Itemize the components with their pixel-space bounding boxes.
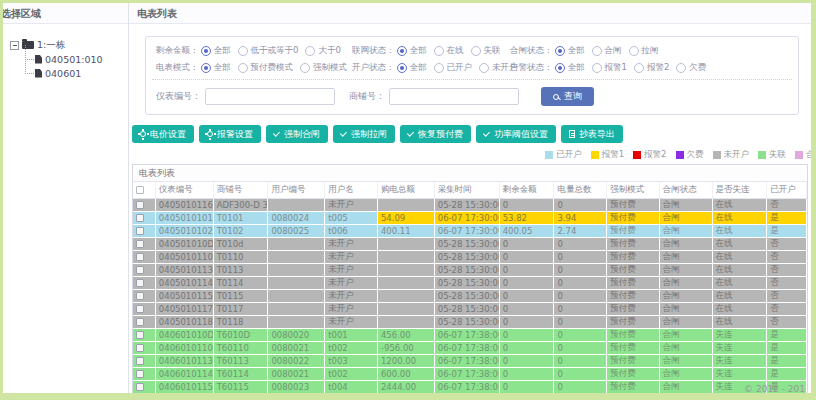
row-checkbox[interactable] xyxy=(136,344,144,352)
radio-icon[interactable] xyxy=(305,46,315,56)
tree-item[interactable]: 040601 xyxy=(22,66,128,80)
radio-icon[interactable] xyxy=(592,46,602,56)
table-row[interactable]: 0405010113T0113未开户05-28 15:30:0000预付费合闸在… xyxy=(133,263,807,276)
radio-icon[interactable] xyxy=(676,63,686,73)
row-checkbox[interactable] xyxy=(136,253,144,261)
radio-icon[interactable] xyxy=(634,63,644,73)
radio-icon[interactable] xyxy=(629,46,639,56)
radio-option[interactable]: 全部 xyxy=(555,45,585,57)
radio-option[interactable]: 欠费 xyxy=(676,62,706,74)
radio-option[interactable]: 合闸 xyxy=(592,45,622,57)
radio-option[interactable]: 低于或等于0 xyxy=(238,45,299,57)
radio-icon[interactable] xyxy=(238,46,248,56)
radio-option[interactable]: 全部 xyxy=(201,62,231,74)
table-row[interactable]: 0405010115T0115未开户05-28 15:30:0000预付费合闸在… xyxy=(133,289,807,302)
row-checkbox[interactable] xyxy=(136,331,144,339)
radio-selected-icon[interactable] xyxy=(555,63,565,73)
table-cell: 2444.00 xyxy=(377,380,434,393)
radio-option[interactable]: 全部 xyxy=(555,62,585,74)
filter-group: 电表模式：全部预付费模式强制模式 xyxy=(156,62,352,74)
row-checkbox[interactable] xyxy=(136,383,144,391)
action-button[interactable]: 电价设置 xyxy=(132,125,194,143)
radio-icon[interactable] xyxy=(592,63,602,73)
table-row[interactable]: 0406010113T601130080022t0031200.0006-07 … xyxy=(133,354,807,367)
radio-option[interactable]: 拉闸 xyxy=(629,45,659,57)
row-checkbox[interactable] xyxy=(136,292,144,300)
table-cell: 是 xyxy=(767,354,807,367)
radio-icon[interactable] xyxy=(479,63,489,73)
radio-icon[interactable] xyxy=(238,63,248,73)
table-cell: 失连 xyxy=(712,367,767,380)
radio-option[interactable]: 报警2 xyxy=(634,62,669,74)
action-button[interactable]: 抄表导出 xyxy=(561,125,623,143)
table-row[interactable]: 040501010DT010d未开户05-28 15:30:0000预付费合闸在… xyxy=(133,237,807,250)
table-row[interactable]: 0405010110T0110未开户05-28 15:30:0000预付费合闸在… xyxy=(133,250,807,263)
radio-option[interactable]: 报警1 xyxy=(592,62,627,74)
radio-icon[interactable] xyxy=(434,46,444,56)
action-button[interactable]: 报警设置 xyxy=(199,125,261,143)
radio-selected-icon[interactable] xyxy=(397,46,407,56)
row-checkbox[interactable] xyxy=(136,357,144,365)
radio-selected-icon[interactable] xyxy=(201,46,211,56)
checkbox-cell xyxy=(133,315,155,328)
table-cell: 06-07 17:38:00 xyxy=(434,354,499,367)
row-checkbox[interactable] xyxy=(136,305,144,313)
table-cell: 06-07 17:38:00 xyxy=(434,367,499,380)
radio-icon[interactable] xyxy=(300,63,310,73)
radio-icon[interactable] xyxy=(471,46,481,56)
radio-selected-icon[interactable] xyxy=(397,63,407,73)
table-row[interactable]: 0405010102T01020080025t006400.1106-07 17… xyxy=(133,224,807,237)
row-checkbox[interactable] xyxy=(136,370,144,378)
select-all-checkbox[interactable] xyxy=(136,186,144,194)
meter-no-input[interactable] xyxy=(205,88,335,105)
table-row[interactable]: 0405010101T01010080024t00554.0906-07 17:… xyxy=(133,211,807,224)
tree-item[interactable]: 040501:010 xyxy=(22,52,128,66)
table-row[interactable]: 040601010DT6010D0080020t001456.0006-07 1… xyxy=(133,328,807,341)
tree-item-label[interactable]: 040501:010 xyxy=(45,54,103,65)
radio-option[interactable]: 全部 xyxy=(397,62,427,74)
table-row[interactable]: 0406010115T601150080023t0042444.0006-07 … xyxy=(133,380,807,393)
radio-selected-icon[interactable] xyxy=(555,46,565,56)
table-cell: 0 xyxy=(554,328,607,341)
shop-no-input[interactable] xyxy=(389,88,519,105)
radio-option[interactable]: 全部 xyxy=(201,45,231,57)
radio-icon[interactable] xyxy=(434,63,444,73)
action-button[interactable]: 恢复预付费 xyxy=(400,125,471,143)
table-cell xyxy=(377,315,434,328)
action-button[interactable]: 功率阈值设置 xyxy=(476,125,556,143)
filter-box: 剩余金额：全部低于或等于0大于0联网状态：全部在线失联合闸状态：全部合闸拉闸电表… xyxy=(145,36,799,115)
action-button[interactable]: 强制合闸 xyxy=(266,125,328,143)
radio-option[interactable]: 失联 xyxy=(471,45,501,57)
radio-option[interactable]: 全部 xyxy=(397,45,427,57)
row-checkbox[interactable] xyxy=(136,214,144,222)
table-row[interactable]: 0405010117T0117未开户05-28 15:30:0000预付费合闸在… xyxy=(133,302,807,315)
row-checkbox[interactable] xyxy=(136,240,144,248)
row-checkbox[interactable] xyxy=(136,318,144,326)
radio-option[interactable]: 在线 xyxy=(434,45,464,57)
query-button[interactable]: 查询 xyxy=(541,87,594,106)
table-row[interactable]: 0406010114T601140080021t002600.0006-07 1… xyxy=(133,367,807,380)
table-cell: t002 xyxy=(325,367,378,380)
table-row[interactable]: 0406010110T601100080021t002-956.0006-07 … xyxy=(133,341,807,354)
filter-group: 剩余金额：全部低于或等于0大于0 xyxy=(156,45,352,57)
tree-item-label[interactable]: 040601 xyxy=(45,68,81,79)
horizontal-scrollbar[interactable] xyxy=(135,395,805,400)
table-row[interactable]: 0405010118T0118未开户05-28 15:30:0000预付费合闸在… xyxy=(133,315,807,328)
legend-swatch xyxy=(545,151,553,159)
tree-root-label[interactable]: 1:一栋 xyxy=(37,39,65,52)
table-cell xyxy=(377,198,434,211)
row-checkbox[interactable] xyxy=(136,201,144,209)
collapse-icon[interactable] xyxy=(10,41,19,50)
table-cell: T0117 xyxy=(213,302,268,315)
radio-option[interactable]: 已开户 xyxy=(434,62,473,74)
radio-selected-icon[interactable] xyxy=(201,63,211,73)
row-checkbox[interactable] xyxy=(136,279,144,287)
radio-option[interactable]: 强制模式 xyxy=(300,62,347,74)
row-checkbox[interactable] xyxy=(136,227,144,235)
table-row[interactable]: 0405010116ADF300-D 3未开户05-28 15:30:0000预… xyxy=(133,198,807,211)
radio-option[interactable]: 大于0 xyxy=(305,45,340,57)
row-checkbox[interactable] xyxy=(136,266,144,274)
radio-option[interactable]: 预付费模式 xyxy=(238,62,294,74)
action-button[interactable]: 强制拉闸 xyxy=(333,125,395,143)
table-row[interactable]: 0405010114T0114未开户05-28 15:30:0000预付费合闸在… xyxy=(133,276,807,289)
